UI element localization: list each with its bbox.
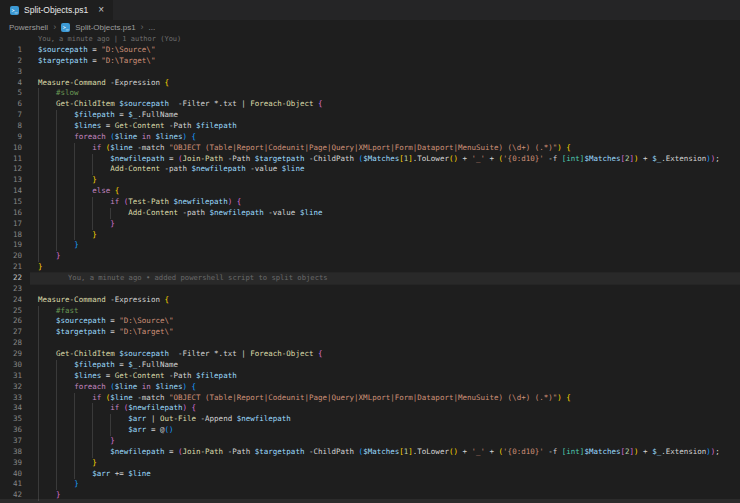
code-line-content[interactable] (30, 67, 740, 78)
code-line[interactable]: 33 if ($line -match "OBJECT (Table|Repor… (0, 393, 740, 404)
code-line[interactable]: 23 (0, 284, 740, 295)
code-line[interactable]: 20 } (0, 251, 740, 262)
code-line-content[interactable]: Get-ChildItem $sourcepath -Filter *.txt … (30, 99, 740, 110)
code-line[interactable]: 32 foreach ($line in $lines) { (0, 382, 740, 393)
code-line[interactable]: 4Measure-Command -Expression { (0, 78, 740, 89)
code-line[interactable]: 16 Add-Content -path $newfilepath -value… (0, 208, 740, 219)
breadcrumb-file[interactable]: Split-Objects.ps1 (75, 23, 135, 32)
code-line-content[interactable]: } (30, 262, 740, 273)
code-line-content[interactable]: } (30, 251, 740, 262)
code-line-content[interactable]: else { (30, 186, 740, 197)
code-line-content[interactable]: } (30, 436, 740, 447)
code-line-content[interactable]: } (30, 230, 740, 241)
code-line-content[interactable]: Get-ChildItem $sourcepath -Filter *.txt … (30, 349, 740, 360)
code-line[interactable]: 36 $arr = @() (0, 425, 740, 436)
code-line-content[interactable]: Add-Content -path $newfilepath -value $l… (30, 208, 740, 219)
code-line-content[interactable]: $lines = Get-Content -Path $filepath (30, 121, 740, 132)
indent-guide (92, 403, 93, 414)
code-line-content[interactable] (30, 338, 740, 349)
code-line[interactable]: 15 if (Test-Path $newfilepath) { (0, 197, 740, 208)
code-line-content[interactable]: Add-Content -path $newfilepath -value $l… (30, 164, 740, 175)
code-line[interactable]: 22You, a minute ago • added powershell s… (0, 273, 740, 284)
code-line-content[interactable]: if (Test-Path $newfilepath) { (30, 197, 740, 208)
breadcrumb-folder[interactable]: Powershell (9, 23, 48, 32)
indent-guide (38, 436, 39, 447)
code-token: { (192, 382, 197, 391)
code-line-content[interactable]: $targetpath = "D:\Target\" (30, 56, 740, 67)
code-line-content[interactable]: $newfilepath = (Join-Path -Path $targetp… (30, 154, 740, 165)
code-line-content[interactable]: } (30, 458, 740, 469)
code-line[interactable]: 12 Add-Content -path $newfilepath -value… (0, 164, 740, 175)
code-line[interactable]: 37 } (0, 436, 740, 447)
code-line[interactable]: 24Measure-Command -Expression { (0, 295, 740, 306)
code-line-content[interactable]: foreach ($line in $lines) { (30, 382, 740, 393)
indent-guide (92, 197, 93, 208)
code-line-content[interactable]: Measure-Command -Expression { (30, 78, 740, 89)
code-line[interactable]: 7 $filepath = $_.FullName (0, 110, 740, 121)
code-line[interactable]: 21} (0, 262, 740, 273)
code-line[interactable]: 11 $newfilepath = (Join-Path -Path $targ… (0, 154, 740, 165)
code-token: #fast (56, 306, 79, 315)
code-line[interactable]: 2$targetpath = "D:\Target\" (0, 56, 740, 67)
code-line[interactable]: 8 $lines = Get-Content -Path $filepath (0, 121, 740, 132)
code-line[interactable]: 25 #fast (0, 306, 740, 317)
code-line-content[interactable]: $sourcepath = "D:\Source\" (30, 45, 740, 56)
code-line-content[interactable]: $arr += $line (30, 469, 740, 480)
code-line-content[interactable]: $sourcepath = "D:\Source\" (30, 316, 740, 327)
code-line-content[interactable]: $filepath = $_.FullName (30, 110, 740, 121)
code-line-content[interactable]: } (30, 219, 740, 230)
close-icon[interactable]: × (98, 5, 104, 15)
code-line[interactable]: 28 (0, 338, 740, 349)
code-line-content[interactable] (30, 284, 740, 295)
code-line-content[interactable]: Measure-Command -Expression { (30, 295, 740, 306)
code-line-content[interactable]: $targetpath = "D:\Target\" (30, 327, 740, 338)
code-line[interactable]: 10 if ($line -match "OBJECT (Table|Repor… (0, 143, 740, 154)
code-line[interactable]: 1$sourcepath = "D:\Source\" (0, 45, 740, 56)
code-line-content[interactable]: if ($newfilepath) { (30, 403, 740, 414)
code-line[interactable]: 38 $newfilepath = (Join-Path -Path $targ… (0, 447, 740, 458)
code-line[interactable]: 14 else { (0, 186, 740, 197)
code-line-content[interactable]: $filepath = $_.FullName (30, 360, 740, 371)
code-line[interactable]: 5 #slow (0, 88, 740, 99)
code-line[interactable]: 9 foreach ($line in $lines) { (0, 132, 740, 143)
code-line[interactable]: 3 (0, 67, 740, 78)
code-token: $filepath (196, 121, 237, 130)
code-line-content[interactable]: #slow (30, 88, 740, 99)
tab-split-objects[interactable]: >_ Split-Objects.ps1 × (0, 0, 113, 20)
code-line[interactable]: 26 $sourcepath = "D:\Source\" (0, 316, 740, 327)
code-line-content[interactable]: #fast (30, 306, 740, 317)
code-line-content[interactable]: if ($line -match "OBJECT (Table|Report|C… (30, 393, 740, 404)
code-line-content[interactable]: } (30, 479, 740, 490)
code-line[interactable]: 13 } (0, 175, 740, 186)
code-line[interactable]: 31 $lines = Get-Content -Path $filepath (0, 371, 740, 382)
code-line-content[interactable]: $arr = @() (30, 425, 740, 436)
code-line[interactable]: 35 $arr | Out-File -Append $newfilepath (0, 414, 740, 425)
code-line-content[interactable]: $newfilepath = (Join-Path -Path $targetp… (30, 447, 740, 458)
code-line[interactable]: 27 $targetpath = "D:\Target\" (0, 327, 740, 338)
code-line-content[interactable]: } (30, 175, 740, 186)
code-line[interactable]: 41 } (0, 479, 740, 490)
code-line[interactable]: 6 Get-ChildItem $sourcepath -Filter *.tx… (0, 99, 740, 110)
horizontal-scrollbar[interactable] (0, 499, 740, 503)
code-line[interactable]: 19 } (0, 240, 740, 251)
code-line-content[interactable]: $arr | Out-File -Append $newfilepath (30, 414, 740, 425)
code-line[interactable]: 34 if ($newfilepath) { (0, 403, 740, 414)
code-line[interactable]: 18 } (0, 230, 740, 241)
breadcrumb-symbol[interactable]: ... (149, 23, 156, 32)
code-line[interactable]: 17 } (0, 219, 740, 230)
code-token: .ToLower (413, 447, 449, 456)
code-line[interactable]: 40 $arr += $line (0, 469, 740, 480)
code-line-content[interactable]: } (30, 240, 740, 251)
code-line-content[interactable]: if ($line -match "OBJECT (Table|Report|C… (30, 143, 740, 154)
code-token: .Extension (661, 447, 706, 456)
code-line-content[interactable]: $lines = Get-Content -Path $filepath (30, 371, 740, 382)
code-line-content[interactable]: You, a minute ago • added powershell scr… (30, 273, 740, 284)
code-line[interactable]: 30 $filepath = $_.FullName (0, 360, 740, 371)
code-token: -path (178, 208, 210, 217)
line-number: 27 (0, 327, 30, 338)
code-line[interactable]: 29 Get-ChildItem $sourcepath -Filter *.t… (0, 349, 740, 360)
line-number: 25 (0, 306, 30, 317)
code-line-content[interactable]: foreach ($line in $lines) { (30, 132, 740, 143)
code-line[interactable]: 39 } (0, 458, 740, 469)
gitlens-authors-codelens[interactable]: You, a minute ago | 1 author (You) (0, 34, 740, 45)
